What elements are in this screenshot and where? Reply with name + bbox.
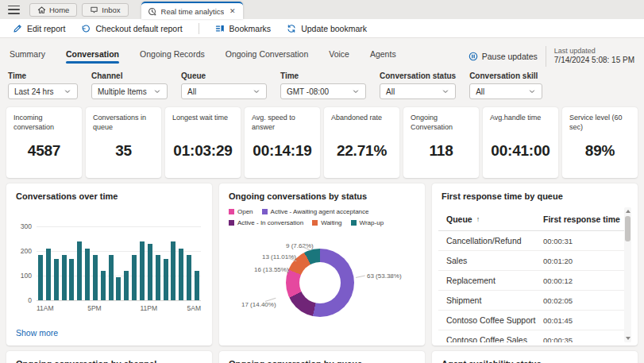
document-tab[interactable]: Real time analytics for Rec... ✕ [141,2,243,19]
charts-row: Conversations over time 11AM5PM11PM5AM 3… [6,183,638,346]
column-header-first-response-time[interactable]: First response time [543,214,623,224]
app-header: HomeInbox Real time analytics for Rec...… [0,0,644,19]
y-axis-tick: 0 [28,296,32,304]
tab-voice[interactable]: Voice [329,49,349,64]
legend-item[interactable]: Active - Awaiting agent acceptance [262,208,369,215]
chevron-down-icon [442,87,449,95]
kpi-card: Ongoing Conversation118 [403,107,479,178]
bar [171,241,175,300]
filter-conversation-skill: Conversation skillAll [469,71,542,99]
header-tab-inbox[interactable]: Inbox [82,3,128,17]
filter-value: All [476,87,484,96]
tab-ongoing-conversation[interactable]: Ongoing Conversation [226,49,308,64]
kpi-value: 01:03:29 [165,142,241,160]
scroll-down-icon[interactable] [626,337,631,340]
table-row: Cancellation/Refund00:00:31 [438,231,631,251]
divider [546,46,546,67]
queue-name-cell: Contoso Coffee Sales [446,335,543,342]
toolbar-edit-report[interactable]: Edit report [13,24,65,33]
filter-dropdown[interactable]: All [380,83,456,99]
bar [85,249,90,300]
sort-ascending-icon: ↑ [476,215,480,223]
header-tab-home[interactable]: Home [29,3,77,17]
header-tab-label: Inbox [102,6,120,14]
filter-time: TimeGMT -08:00 [280,71,366,99]
bar [38,255,43,300]
slice-label: 63 (53.38%) [367,272,402,280]
legend-swatch [229,220,234,226]
toolbar-checkout-default-report[interactable]: Checkout default report [81,24,182,33]
column-header-queue[interactable]: Queue ↑ [446,214,543,224]
legend-swatch [312,220,318,226]
pause-updates-button[interactable]: Pause updates [469,52,538,61]
toolbar-item-label: Bookmarks [229,24,272,33]
legend-label: Active - In conversation [237,219,303,226]
legend-label: Active - Awaiting agent acceptance [271,208,369,215]
table-row: Contoso Coffee Sales00:00:35 [438,330,631,342]
table-row: Contoso Coffee Support00:01:45 [438,311,631,330]
leader-line [356,276,365,278]
response-time-cell: 00:01:20 [543,257,623,265]
bottom-card-ongoing-conversation-by-queue: Ongoing conversation by queue [219,351,425,363]
x-axis-tick: 5PM [87,304,101,312]
x-axis-tick: 5AM [187,304,201,312]
y-axis-tick: 300 [21,222,32,230]
tab-conversation[interactable]: Conversation [66,49,119,64]
filter-dropdown[interactable]: All [181,83,267,99]
slice-label: 17 (14.40%) [241,301,276,308]
toolbar-update-bookmark[interactable]: Update bookmark [287,24,367,33]
response-time-cell: 00:02:05 [543,296,623,305]
vertical-scrollbar[interactable] [624,207,631,342]
filter-label: Channel [91,71,168,80]
refresh-icon [287,24,296,33]
scroll-up-icon[interactable] [626,210,631,213]
bar [46,249,51,300]
legend-row: Active - In conversationWaitingWrap-up [229,219,415,226]
kpi-card: Avg.handle time00:41:00 [483,107,558,178]
legend-swatch [229,209,234,214]
scrollbar-thumb[interactable] [625,216,631,241]
kpi-label: Conversations in queue [93,114,154,132]
filter-value: All [187,87,196,96]
kpi-label: Service level (60 sec) [569,114,631,132]
queue-name-cell: Cancellation/Refund [446,236,543,245]
bar [195,271,199,300]
filter-dropdown[interactable]: Last 24 hrs [8,83,78,99]
filter-dropdown[interactable]: Multiple Items [91,83,168,99]
response-time-cell: 00:00:31 [543,237,623,245]
report-main: SummaryConversationOngoing RecordsOngoin… [0,38,644,363]
tab-summary[interactable]: Summary [10,49,45,64]
bar [77,241,82,300]
report-nav-row: SummaryConversationOngoing RecordsOngoin… [6,38,638,70]
inbox-icon [90,6,98,14]
legend-swatch [262,209,268,214]
command-toolbar: Edit reportCheckout default reportBookma… [0,19,644,38]
x-axis-tick: 11AM [37,304,54,312]
report-icon [148,7,156,16]
toolbar-bookmarks[interactable]: Bookmarks [215,24,272,33]
show-more-link[interactable]: Show more [16,328,58,338]
legend-item[interactable]: Open [229,208,253,215]
kpi-value: 35 [86,142,161,160]
tab-agents[interactable]: Agents [370,49,396,64]
legend-item[interactable]: Active - In conversation [229,219,303,226]
filter-value: All [386,87,395,96]
legend-item[interactable]: Waiting [312,219,341,226]
kpi-card: Incoming conversation4587 [6,107,82,178]
last-updated: Last updated 7/14/2024 5:08: 15 PM [554,47,638,66]
tab-ongoing-records[interactable]: Ongoing Records [140,49,205,64]
bar [109,255,114,300]
y-axis-tick: 200 [21,247,32,255]
bar [62,255,67,300]
queue-name-cell: Shipment [446,295,543,305]
slice-label: 9 (7.62%) [286,242,314,249]
kpi-label: Abandoned rate [331,114,392,123]
close-icon[interactable]: ✕ [229,7,237,15]
bar [101,271,106,300]
filter-dropdown[interactable]: GMT -08:00 [280,83,366,99]
bar [69,259,74,300]
filter-dropdown[interactable]: All [469,83,542,99]
kpi-label: Longest wait time [172,114,233,123]
legend-item[interactable]: Wrap-up [351,219,384,226]
hamburger-menu-icon[interactable] [8,6,20,14]
